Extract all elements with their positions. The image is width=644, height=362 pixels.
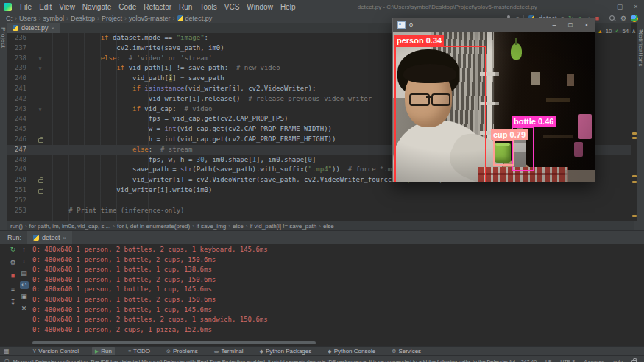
minimize-icon[interactable]: – <box>595 0 612 14</box>
code-text: w = int(vid_cap.get(cv2.CAP_PROP_FRAME_W… <box>37 124 332 135</box>
menu-help[interactable]: Help <box>277 0 300 14</box>
menu-file[interactable]: File <box>16 0 35 14</box>
detection-label-cup: cup 0.79 <box>491 129 528 140</box>
minimize-icon[interactable]: – <box>546 18 562 32</box>
next-problem-icon[interactable]: ∨ <box>639 28 643 35</box>
cursor-position[interactable]: 247:40 <box>521 359 537 362</box>
line-number: 237 <box>7 43 26 54</box>
image-icon <box>397 21 406 29</box>
warning-indicator: ▲ <box>598 29 603 34</box>
console-horizontal-scrollbar[interactable] <box>32 341 316 344</box>
breadcrumb-separator: › <box>39 15 41 22</box>
breadcrumb-item[interactable]: C: <box>6 15 13 22</box>
sidebar-item-project[interactable]: Project <box>0 27 7 48</box>
menu-edit[interactable]: Edit <box>35 0 55 14</box>
menu-vcs[interactable]: VCS <box>221 0 244 14</box>
file-encoding[interactable]: UTF-8 <box>560 359 575 362</box>
menu-window[interactable]: Window <box>243 0 277 14</box>
console-layout-icon[interactable]: ▤ <box>20 269 29 277</box>
breadcrumb-separator: › <box>124 15 127 22</box>
print-icon[interactable]: ▣ <box>20 293 29 301</box>
breadcrumb-separator: › <box>66 15 68 22</box>
indent-style[interactable]: 4 spaces <box>584 359 604 362</box>
context-breadcrumb-item[interactable]: if save_img <box>197 223 226 230</box>
console-line: 0: 480x640 1 person, 1 bottle, 1 cup, 13… <box>32 265 268 275</box>
code-line[interactable]: 251 vid_writer[i].write(im0) <box>7 185 631 196</box>
typo-indicator: ✓ <box>615 28 620 34</box>
line-number: 250 <box>7 175 26 185</box>
context-breadcrumb-item[interactable]: else <box>323 223 334 230</box>
line-number: 243 <box>7 104 26 115</box>
context-breadcrumb-item[interactable]: run() <box>10 223 23 230</box>
maximize-icon[interactable]: ▢ <box>612 0 628 14</box>
toolwindow-terminal-icon: ▭ <box>214 349 219 355</box>
sidebar-item-notifications[interactable]: Notifications <box>637 30 644 67</box>
window-title: detect.py - C:\Users\symbol\Desktop\Proj… <box>299 4 595 10</box>
wrench-settings-icon[interactable]: ⚙ <box>9 259 18 267</box>
breadcrumb-separator: › <box>113 223 115 230</box>
console-output[interactable]: 0: 480x640 1 person, 2 bottles, 2 cups, … <box>32 245 268 335</box>
close-tab-icon[interactable]: × <box>52 25 55 32</box>
line-separator[interactable]: LF <box>545 359 551 362</box>
line-number: 245 <box>7 124 26 135</box>
rerun-icon[interactable]: ↻ <box>9 246 18 254</box>
breadcrumb-item[interactable]: Desktop <box>71 15 95 22</box>
up-stack-trace-icon[interactable]: ↑ <box>20 246 29 254</box>
down-stack-trace-icon[interactable]: ↓ <box>20 258 29 266</box>
line-number: 239 <box>7 63 26 74</box>
search-icon[interactable] <box>609 15 616 22</box>
status-message[interactable]: Microsoft Defender configuration: The ID… <box>13 359 515 362</box>
tab-detect-py[interactable]: detect.py × <box>7 23 60 33</box>
breadcrumb-item[interactable]: Users <box>19 15 37 22</box>
breadcrumb-item[interactable]: Project <box>102 15 122 22</box>
gear-icon[interactable]: ⚙ <box>620 15 626 22</box>
breadcrumb-item[interactable]: yolov5-master <box>129 15 171 22</box>
stop-icon[interactable]: ■ <box>9 272 18 280</box>
menu-refactor[interactable]: Refactor <box>140 0 175 14</box>
video-window-title-bar[interactable]: 0 – □ × <box>393 18 595 32</box>
breadcrumb-separator: › <box>15 15 17 22</box>
menu-navigate[interactable]: Navigate <box>79 0 115 14</box>
prev-problem-icon[interactable]: ∧ <box>631 28 636 35</box>
code-line[interactable]: 253 # Print time (inference-only) <box>7 206 631 216</box>
code-text: if isinstance(vid_writer[i], cv2.VideoWr… <box>37 84 316 94</box>
breadcrumb-item[interactable]: symbol <box>43 15 65 22</box>
line-number: 238 <box>7 54 26 64</box>
maximize-icon[interactable]: □ <box>562 18 578 32</box>
context-breadcrumb-item[interactable]: else <box>233 223 244 230</box>
context-breadcrumb-item[interactable]: for path, im, im0s, vid_cap, s ... <box>29 223 111 230</box>
close-tab-icon[interactable]: × <box>63 235 67 241</box>
close-icon[interactable]: × <box>578 18 595 32</box>
menu-view[interactable]: View <box>55 0 79 14</box>
line-number: 242 <box>7 94 26 104</box>
run-tab-detect[interactable]: detect × <box>27 231 72 244</box>
detection-box-cup <box>493 140 514 166</box>
toolwindow-python-packages-icon: ◆ <box>260 349 263 355</box>
attach-console-icon[interactable]: ↧ <box>9 299 18 307</box>
opencv-video-window[interactable]: 0 – □ × <box>392 18 595 182</box>
soft-wrap-icon[interactable]: ↩ <box>20 281 29 289</box>
code-text: vid_writer[i].release() # release previo… <box>37 94 372 104</box>
line-number: 248 <box>7 155 26 166</box>
menu-tools[interactable]: Tools <box>196 0 220 14</box>
menu-code[interactable]: Code <box>115 0 140 14</box>
typo-indicator-count: 54 <box>622 28 629 35</box>
code-text: if dataset.mode == "image": <box>37 33 208 43</box>
stop-icon[interactable]: ■ <box>595 15 598 22</box>
python-interpreter[interactable]: yolo <box>613 359 623 362</box>
clear-all-icon[interactable]: ✕ <box>20 305 29 313</box>
dump-threads-icon[interactable]: ≡ <box>9 285 18 294</box>
menu-run[interactable]: Run <box>175 0 196 14</box>
context-breadcrumb-item[interactable]: for i, det in enumerate(pred) <box>117 223 190 230</box>
ide-title-bar: FileEditViewNavigateCodeRefactorRunTools… <box>0 0 644 15</box>
code-line[interactable]: 252 <box>7 196 631 206</box>
features-trainer-icon[interactable] <box>631 15 638 22</box>
breadcrumb: C:›Users›symbol›Desktop›Project›yolov5-m… <box>0 15 212 22</box>
context-breadcrumb-item[interactable]: if vid_path[i] != save_path <box>250 223 316 230</box>
close-icon[interactable]: × <box>628 0 644 14</box>
toolwindow-problems-icon: ⊘ <box>166 349 171 355</box>
breadcrumb-separator: › <box>173 15 175 22</box>
tool-windows-toggle-icon[interactable]: ▦ <box>4 348 10 355</box>
code-text: else: # stream <box>37 145 192 155</box>
breadcrumb-item[interactable]: detect.py <box>185 15 213 22</box>
